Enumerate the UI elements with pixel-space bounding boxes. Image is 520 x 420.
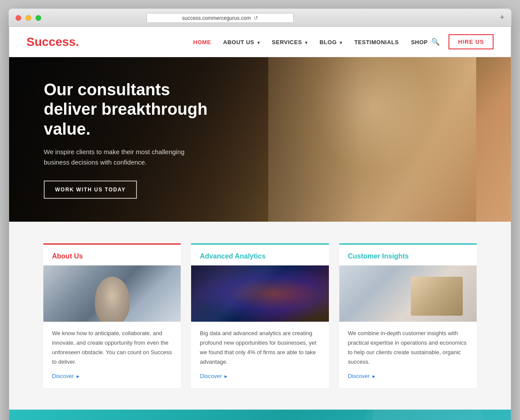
nav-arrow-about: ▾ bbox=[257, 40, 260, 45]
card-img-insights-placeholder bbox=[339, 265, 477, 322]
browser-maximize-btn[interactable] bbox=[36, 15, 41, 21]
nav-item-testimonials[interactable]: TESTIMONIALS bbox=[354, 38, 399, 46]
nav-item-shop[interactable]: SHOP bbox=[411, 38, 428, 46]
browser-close-btn[interactable] bbox=[16, 15, 21, 21]
cards-section: About Us We know how to anticipate, coll… bbox=[9, 222, 511, 410]
card-link-analytics-arrow: ► bbox=[224, 374, 228, 379]
card-text-insights: We combine in-depth customer insights wi… bbox=[339, 329, 477, 367]
card-title-analytics: Advanced Analytics bbox=[200, 252, 320, 260]
cta-section: Let's deliver the right solution for you… bbox=[9, 410, 511, 420]
card-image-about bbox=[43, 265, 181, 322]
card-text-analytics: Big data and advanced analytics are crea… bbox=[191, 329, 328, 367]
nav-item-home[interactable]: HOME bbox=[193, 38, 211, 46]
browser-window: success.commercegurus.com ↺ + Success. H… bbox=[9, 9, 511, 420]
navbar: Success. HOME ABOUT US ▾ SERVICES ▾ BLOG… bbox=[9, 27, 511, 57]
card-link-analytics-text[interactable]: Discover bbox=[200, 373, 222, 379]
browser-minimize-btn[interactable] bbox=[26, 15, 31, 21]
card-title-insights: Customer Insights bbox=[348, 252, 468, 260]
url-text: success.commercegurus.com bbox=[182, 15, 251, 21]
card-link-about-arrow: ► bbox=[76, 374, 81, 379]
address-bar[interactable]: success.commercegurus.com ↺ bbox=[146, 13, 294, 23]
nav-item-about[interactable]: ABOUT US ▾ bbox=[223, 38, 260, 46]
nav-link-home[interactable]: HOME bbox=[193, 39, 211, 45]
card-header-analytics: Advanced Analytics bbox=[191, 243, 328, 265]
card-img-analytics-placeholder bbox=[191, 265, 328, 322]
card-link-insights-arrow: ► bbox=[371, 374, 376, 379]
card-link-insights[interactable]: Discover ► bbox=[339, 373, 477, 379]
card-image-insights bbox=[339, 265, 477, 322]
card-link-about[interactable]: Discover ► bbox=[43, 373, 181, 379]
nav-menu: HOME ABOUT US ▾ SERVICES ▾ BLOG ▾ TESTIM… bbox=[193, 38, 428, 46]
card-link-insights-text[interactable]: Discover bbox=[348, 373, 370, 379]
card-title-about: About Us bbox=[52, 252, 172, 260]
card-header-insights: Customer Insights bbox=[339, 243, 477, 265]
hero-cta-button[interactable]: WORK WITH US TODAY bbox=[44, 181, 137, 199]
card-header-about: About Us bbox=[43, 243, 181, 265]
hero-section: Our consultants deliver breakthrough val… bbox=[9, 57, 511, 222]
nav-link-about[interactable]: ABOUT US ▾ bbox=[223, 39, 260, 45]
card-link-about-text[interactable]: Discover bbox=[52, 373, 74, 379]
card-link-analytics[interactable]: Discover ► bbox=[191, 373, 328, 379]
card-analytics: Advanced Analytics Big data and advanced… bbox=[191, 243, 328, 388]
hire-us-button[interactable]: HIRE US bbox=[448, 34, 494, 49]
hero-title: Our consultants deliver breakthrough val… bbox=[44, 80, 226, 139]
nav-link-testimonials[interactable]: TESTIMONIALS bbox=[354, 39, 399, 45]
card-img-about-placeholder bbox=[43, 265, 181, 322]
nav-item-services[interactable]: SERVICES ▾ bbox=[272, 38, 307, 46]
cards-grid: About Us We know how to anticipate, coll… bbox=[43, 243, 477, 388]
card-text-about: We know how to anticipate, collaborate, … bbox=[43, 329, 181, 367]
nav-link-services[interactable]: SERVICES ▾ bbox=[272, 39, 307, 45]
card-insights: Customer Insights We combine in-depth cu… bbox=[339, 243, 477, 388]
card-image-analytics bbox=[191, 265, 328, 322]
nav-item-blog[interactable]: BLOG ▾ bbox=[319, 38, 342, 46]
nav-arrow-services: ▾ bbox=[305, 40, 308, 45]
hero-content: Our consultants deliver breakthrough val… bbox=[9, 80, 260, 199]
search-icon[interactable]: 🔍 bbox=[431, 38, 440, 46]
reload-icon[interactable]: ↺ bbox=[254, 15, 258, 21]
hero-subtitle: We inspire clients to make their most ch… bbox=[44, 147, 191, 168]
card-about-us: About Us We know how to anticipate, coll… bbox=[43, 243, 181, 388]
website-content: Success. HOME ABOUT US ▾ SERVICES ▾ BLOG… bbox=[9, 27, 511, 420]
nav-link-shop[interactable]: SHOP bbox=[411, 39, 428, 45]
nav-link-blog[interactable]: BLOG ▾ bbox=[319, 39, 342, 45]
nav-arrow-blog: ▾ bbox=[340, 40, 342, 45]
new-tab-button[interactable]: + bbox=[500, 13, 504, 23]
site-logo[interactable]: Success. bbox=[26, 35, 79, 49]
browser-chrome: success.commercegurus.com ↺ + bbox=[9, 9, 511, 27]
